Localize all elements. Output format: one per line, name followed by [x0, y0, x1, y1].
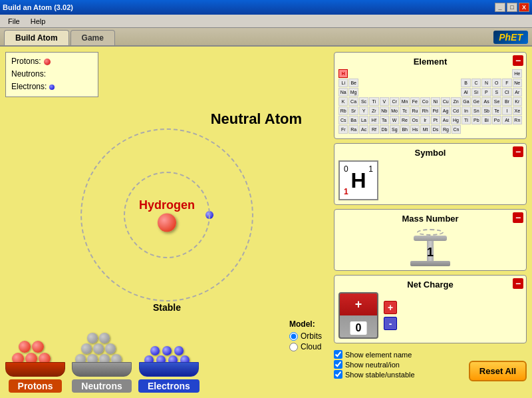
charge-minus-button[interactable]: - — [384, 317, 397, 330]
pt-cell-Rn[interactable]: Rn — [513, 116, 522, 124]
pt-cell-Zr[interactable]: Zr — [369, 106, 378, 115]
pt-cell-Sn[interactable]: Sn — [471, 106, 481, 115]
symbol-panel-minus[interactable]: − — [513, 146, 523, 157]
pt-cell-Hf[interactable]: Hf — [369, 116, 378, 124]
pt-cell-Kr[interactable]: Kr — [513, 97, 522, 106]
pt-cell-Ta[interactable]: Ta — [380, 116, 389, 124]
pt-cell-Sc[interactable]: Sc — [359, 97, 368, 106]
orbits-radio[interactable] — [289, 332, 298, 341]
electrons-bucket[interactable]: Electrons — [138, 338, 200, 393]
neutrons-bucket[interactable]: Neutrons — [72, 338, 132, 393]
element-panel-minus[interactable]: − — [513, 55, 523, 66]
pt-cell-Nb[interactable]: Nb — [380, 106, 389, 115]
pt-cell-In[interactable]: In — [462, 106, 471, 115]
protons-bucket[interactable]: Protons — [5, 338, 65, 393]
pt-cell-P[interactable]: P — [481, 88, 491, 97]
pt-cell-Rh[interactable]: Rh — [420, 106, 430, 115]
pt-cell-Os[interactable]: Os — [410, 116, 420, 124]
pt-cell-N[interactable]: N — [481, 79, 491, 87]
pt-cell-Bh[interactable]: Bh — [400, 125, 410, 134]
pt-cell-O[interactable]: O — [492, 79, 501, 87]
pt-cell-Si[interactable]: Si — [471, 88, 481, 97]
pt-cell-C[interactable]: C — [471, 79, 481, 87]
cloud-radio-row[interactable]: Cloud — [289, 342, 322, 351]
menu-help[interactable]: Help — [25, 16, 51, 27]
pt-cell-Ac[interactable]: Ac — [359, 125, 368, 134]
close-button[interactable]: X — [519, 3, 529, 12]
pt-cell-Ba[interactable]: Ba — [348, 116, 358, 124]
pt-cell-Au[interactable]: Au — [441, 116, 450, 124]
pt-cell-Cn[interactable]: Cn — [452, 125, 461, 134]
pt-cell-F[interactable]: F — [502, 79, 511, 87]
pt-cell-Li[interactable]: Li — [338, 79, 348, 87]
pt-cell-As[interactable]: As — [481, 97, 491, 106]
pt-cell-W[interactable]: W — [390, 116, 399, 124]
pt-cell-Y[interactable]: Y — [359, 106, 368, 115]
pt-cell-Hg[interactable]: Hg — [451, 116, 460, 124]
pt-cell-Mn[interactable]: Mn — [400, 97, 409, 106]
nucleus-proton[interactable] — [158, 213, 176, 232]
pt-cell-Se[interactable]: Se — [492, 97, 501, 106]
pt-cell-Bi[interactable]: Bi — [481, 116, 491, 124]
pt-cell-Tc[interactable]: Tc — [400, 106, 409, 115]
pt-cell-Ar[interactable]: Ar — [513, 88, 522, 97]
pt-cell-Ds[interactable]: Ds — [431, 125, 440, 134]
pt-cell-Ag[interactable]: Ag — [441, 106, 450, 115]
pt-cell-Mt[interactable]: Mt — [420, 125, 430, 134]
pt-cell-I[interactable]: I — [502, 106, 511, 115]
tab-build-atom[interactable]: Build Atom — [4, 30, 69, 45]
orbits-radio-row[interactable]: Orbits — [289, 331, 322, 341]
pt-cell-S[interactable]: S — [492, 88, 501, 97]
mass-number-panel-minus[interactable]: − — [513, 212, 523, 223]
reset-all-button[interactable]: Reset All — [469, 361, 527, 381]
pt-cell-Sr[interactable]: Sr — [348, 106, 358, 115]
maximize-button[interactable]: □ — [507, 3, 517, 12]
pt-cell-Sb[interactable]: Sb — [481, 106, 491, 115]
show-element-name-checkbox[interactable] — [334, 350, 342, 359]
pt-cell-Rg[interactable]: Rg — [441, 125, 450, 134]
show-stable-unstable-checkbox[interactable] — [334, 370, 342, 379]
pt-cell-Pd[interactable]: Pd — [431, 106, 440, 115]
show-neutral-ion-checkbox[interactable] — [334, 360, 342, 369]
pt-cell-Ti[interactable]: Ti — [369, 97, 378, 106]
pt-cell-Ra[interactable]: Ra — [348, 125, 358, 134]
pt-cell-At[interactable]: At — [502, 116, 511, 124]
cloud-radio[interactable] — [289, 343, 298, 351]
pt-cell-Mo[interactable]: Mo — [390, 106, 399, 115]
pt-cell-Pb[interactable]: Pb — [471, 116, 481, 124]
pt-cell-Co[interactable]: Co — [420, 97, 430, 106]
pt-cell-La[interactable]: La — [359, 116, 368, 124]
pt-cell-Cd[interactable]: Cd — [451, 106, 460, 115]
show-stable-unstable-row[interactable]: Show stable/unstable — [334, 370, 415, 379]
pt-cell-Ni[interactable]: Ni — [431, 97, 440, 106]
pt-cell-Tl[interactable]: Tl — [462, 116, 471, 124]
pt-cell-Rb[interactable]: Rb — [338, 106, 348, 115]
pt-cell-Po[interactable]: Po — [492, 116, 501, 124]
pt-cell-Sg[interactable]: Sg — [390, 125, 399, 134]
periodic-table[interactable]: HHeLiBeBCNOFNeNaMgAlSiPSClArKCaScTiVCrMn… — [338, 69, 522, 134]
pt-cell-Ge[interactable]: Ge — [471, 97, 481, 106]
pt-cell-Be[interactable]: Be — [348, 79, 358, 87]
pt-cell-Mg[interactable]: Mg — [348, 88, 358, 97]
pt-cell-Cr[interactable]: Cr — [390, 97, 399, 106]
pt-cell-Pt[interactable]: Pt — [431, 116, 440, 124]
pt-cell-K[interactable]: K — [338, 97, 348, 106]
pt-cell-Te[interactable]: Te — [492, 106, 501, 115]
pt-cell-Cu[interactable]: Cu — [441, 97, 450, 106]
net-charge-panel-minus[interactable]: − — [513, 278, 523, 289]
pt-cell-Hs[interactable]: Hs — [410, 125, 420, 134]
pt-cell-He[interactable]: He — [512, 69, 521, 78]
pt-cell-Ru[interactable]: Ru — [410, 106, 420, 115]
pt-cell-Rf[interactable]: Rf — [369, 125, 378, 134]
pt-cell-Re[interactable]: Re — [400, 116, 409, 124]
pt-cell-Ir[interactable]: Ir — [420, 116, 430, 124]
pt-cell-Na[interactable]: Na — [338, 88, 348, 97]
pt-cell-Ga[interactable]: Ga — [462, 97, 471, 106]
show-neutral-ion-row[interactable]: Show neutral/ion — [334, 360, 415, 369]
charge-plus-button[interactable]: + — [384, 301, 397, 314]
pt-cell-Cs[interactable]: Cs — [338, 116, 348, 124]
tab-game[interactable]: Game — [70, 30, 115, 45]
show-element-name-row[interactable]: Show element name — [334, 350, 415, 359]
pt-cell-Br[interactable]: Br — [502, 97, 511, 106]
pt-cell-H[interactable]: H — [338, 69, 348, 78]
